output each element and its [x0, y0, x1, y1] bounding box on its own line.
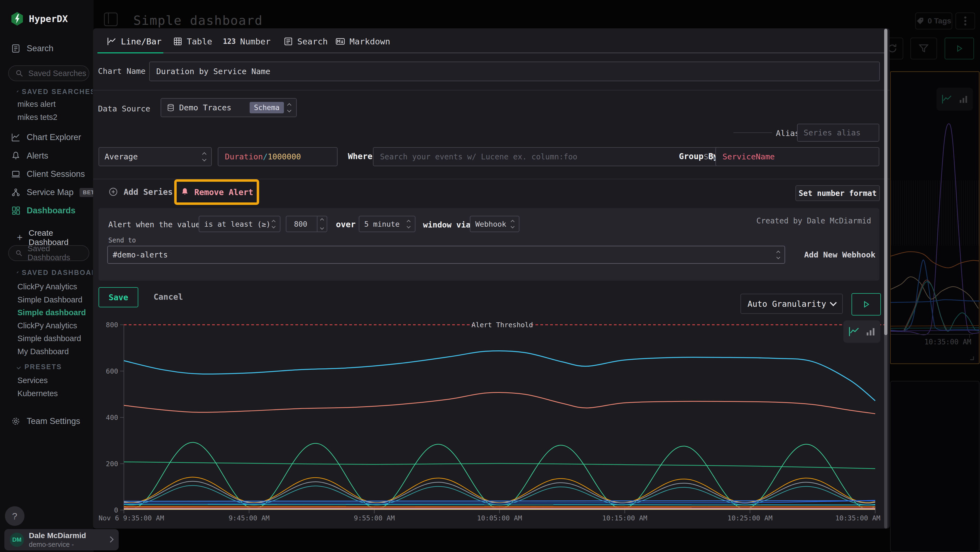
- set-number-format-button[interactable]: Set number format: [795, 185, 880, 201]
- dashboard-item-2[interactable]: Simple dashboard: [18, 308, 86, 317]
- app-logo: HyperDX: [11, 12, 68, 26]
- field-expression-input[interactable]: Duration/1000000: [218, 147, 337, 166]
- sidebar-item-search[interactable]: Search: [11, 44, 53, 53]
- tab-number[interactable]: 123 Number: [223, 37, 270, 46]
- alert-threshold-input[interactable]: 800: [286, 216, 327, 232]
- cancel-button[interactable]: Cancel: [154, 292, 183, 302]
- line-chart-icon: [848, 325, 860, 338]
- svg-text:10:35:00 AM: 10:35:00 AM: [835, 514, 880, 522]
- bell-icon: [11, 151, 21, 161]
- avatar: DM: [10, 533, 24, 547]
- saved-searches-placeholder: Saved Searches: [28, 69, 86, 78]
- chart-name-input[interactable]: Duration by Service Name: [149, 62, 880, 81]
- tabs-underline: [97, 52, 885, 53]
- aggregation-select[interactable]: Average: [99, 147, 212, 166]
- add-new-webhook-button[interactable]: Add New Webhook: [804, 250, 875, 259]
- chevron-down-icon: [830, 299, 837, 306]
- user-subtitle: demo-service -: [29, 541, 74, 549]
- preset-item-1[interactable]: Kubernetes: [18, 389, 58, 398]
- alert-prefix: Alert when the value: [108, 220, 200, 229]
- sidebar-item-service-map[interactable]: Service Map BETA: [11, 187, 102, 197]
- data-source-select[interactable]: Demo Traces Schema: [161, 98, 297, 117]
- sidebar-item-client-sessions[interactable]: Client Sessions: [11, 169, 85, 179]
- number-stepper[interactable]: [317, 216, 327, 231]
- group-by-label: Group By: [679, 152, 718, 161]
- dashboard-item-4[interactable]: Simple dashboard: [18, 334, 81, 343]
- dashboard-item-0[interactable]: ClickPy Analytics: [18, 282, 77, 291]
- preview-chart: 0200400600800Nov 6 9:35:00 AM9:45:00 AM9…: [93, 313, 884, 528]
- preset-item-0[interactable]: Services: [18, 376, 48, 385]
- where-label: Where: [348, 152, 372, 161]
- alert-config-panel: Alert when the value is at least (≥) 800…: [99, 208, 879, 281]
- select-chevrons-icon: [203, 153, 206, 161]
- table-icon: [173, 37, 182, 46]
- hyperdx-logo-icon: [11, 12, 24, 26]
- highlight-annotation: Remove Alert: [174, 179, 259, 205]
- line-chart-icon: [107, 37, 116, 46]
- group-by-input[interactable]: ServiceName: [715, 147, 879, 166]
- created-by-text: Created by Dale McDiarmid: [757, 216, 871, 225]
- markdown-icon: [336, 37, 345, 46]
- play-icon: [862, 300, 870, 308]
- svg-text:Alert Threshold: Alert Threshold: [471, 321, 533, 329]
- sidebar-item-team-settings[interactable]: Team Settings: [11, 416, 80, 426]
- search-icon: [15, 69, 24, 77]
- saved-search-item-0[interactable]: mikes alert: [18, 100, 56, 109]
- network-icon: [11, 187, 21, 197]
- tab-table[interactable]: Table: [173, 37, 212, 46]
- chart-type-toggle[interactable]: [843, 321, 880, 343]
- saved-search-item-1[interactable]: mikes tets2: [18, 113, 57, 122]
- sidebar: HyperDX Search Saved Searches SAVED SEAR…: [0, 0, 94, 552]
- chevron-right-icon: [108, 536, 114, 543]
- scrollbar-thumb[interactable]: [884, 29, 888, 335]
- presets-header[interactable]: PRESETS: [17, 363, 62, 371]
- chevron-down-icon: [17, 271, 19, 274]
- select-chevrons-icon: [407, 220, 410, 228]
- send-to-select[interactable]: #demo-alerts: [107, 246, 785, 264]
- sidebar-item-alerts[interactable]: Alerts: [11, 151, 48, 161]
- saved-searches-header[interactable]: SAVED SEARCHES: [17, 88, 92, 96]
- bell-icon: [180, 187, 189, 197]
- list-icon: [284, 37, 293, 46]
- user-menu[interactable]: DM Dale McDiarmid demo-service -: [4, 529, 119, 550]
- select-chevrons-icon: [272, 220, 275, 228]
- alert-channel-select[interactable]: Webhook: [470, 216, 519, 232]
- svg-text:10:15:00 AM: 10:15:00 AM: [602, 514, 648, 522]
- dashboard-item-5[interactable]: My Dashboard: [18, 347, 69, 356]
- alias-input[interactable]: Series alias: [797, 124, 879, 142]
- 123-icon: 123: [223, 37, 236, 46]
- run-chart-button[interactable]: [851, 293, 881, 316]
- over-label: over: [336, 220, 356, 229]
- sidebar-item-dashboards[interactable]: Dashboards: [11, 206, 75, 215]
- sidebar-item-chart-explorer[interactable]: Chart Explorer: [11, 132, 81, 142]
- svg-text:600: 600: [106, 367, 118, 375]
- schema-badge: Schema: [250, 102, 284, 113]
- app-logo-text: HyperDX: [29, 13, 68, 24]
- saved-dashboards-input[interactable]: Saved Dashboards: [8, 245, 89, 261]
- help-button[interactable]: ?: [5, 506, 24, 526]
- chevron-down-icon: [17, 91, 19, 93]
- svg-text:200: 200: [106, 460, 118, 468]
- svg-text:Nov 6 9:35:00 AM: Nov 6 9:35:00 AM: [99, 514, 164, 522]
- alert-window-select[interactable]: 5 minute: [359, 216, 415, 232]
- search-icon: [15, 249, 22, 257]
- data-source-label: Data Source: [98, 104, 150, 113]
- dashboard-item-3[interactable]: ClickPy Analytics: [18, 321, 77, 330]
- saved-dashboards-header[interactable]: SAVED DASHBOARDS: [17, 269, 92, 276]
- tabs-active-underline: [97, 52, 163, 53]
- svg-text:800: 800: [106, 321, 118, 329]
- remove-alert-button[interactable]: Remove Alert: [180, 187, 253, 197]
- add-series-button[interactable]: Add Series: [108, 187, 173, 197]
- tab-search[interactable]: Search: [284, 37, 328, 46]
- svg-text:9:55:00 AM: 9:55:00 AM: [354, 514, 395, 522]
- alert-condition-select[interactable]: is at least (≥): [199, 216, 280, 232]
- save-button[interactable]: Save: [99, 287, 138, 307]
- tab-line-bar[interactable]: Line/Bar: [107, 37, 161, 46]
- gear-icon: [11, 416, 21, 426]
- svg-text:10:25:00 AM: 10:25:00 AM: [727, 514, 773, 522]
- svg-text:400: 400: [106, 413, 118, 421]
- dashboard-item-1[interactable]: Simple Dashboard: [18, 295, 83, 304]
- saved-searches-input[interactable]: Saved Searches: [8, 65, 89, 81]
- granularity-select[interactable]: Auto Granularity: [740, 294, 843, 314]
- tab-markdown[interactable]: Markdown: [336, 37, 390, 46]
